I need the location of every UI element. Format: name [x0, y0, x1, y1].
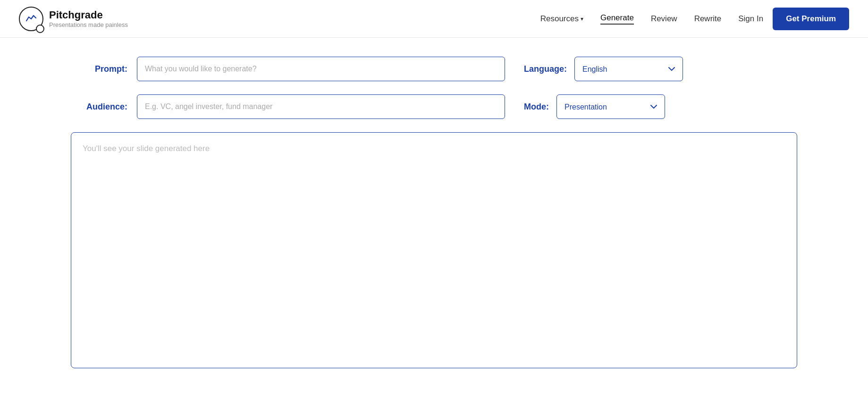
- main-content: Prompt: Language: English Spanish French…: [0, 38, 868, 387]
- mode-select[interactable]: Presentation Document Summary: [556, 94, 665, 119]
- logo-icon: [19, 7, 43, 31]
- nav-rewrite[interactable]: Rewrite: [694, 14, 722, 24]
- chevron-down-icon: ▾: [581, 16, 583, 22]
- audience-label: Audience:: [71, 102, 127, 112]
- nav-links: Resources ▾ Generate Review Rewrite: [540, 13, 722, 25]
- nav-review[interactable]: Review: [651, 14, 677, 24]
- language-group: Language: English Spanish French German …: [524, 57, 683, 81]
- logo-svg: [25, 12, 38, 25]
- prompt-row: Prompt: Language: English Spanish French…: [71, 57, 797, 81]
- mode-label: Mode:: [524, 102, 549, 112]
- get-premium-button[interactable]: Get Premium: [773, 8, 849, 30]
- output-area: You'll see your slide generated here: [71, 132, 797, 368]
- language-label: Language:: [524, 64, 567, 74]
- nav-resources[interactable]: Resources ▾: [540, 14, 583, 24]
- audience-row: Audience: Mode: Presentation Document Su…: [71, 94, 797, 119]
- prompt-input[interactable]: [137, 57, 505, 81]
- brand-tagline: Presentations made painless: [49, 21, 128, 28]
- navbar: Pitchgrade Presentations made painless R…: [0, 0, 868, 38]
- audience-input[interactable]: [137, 94, 505, 119]
- nav-generate[interactable]: Generate: [600, 13, 634, 25]
- mode-group: Mode: Presentation Document Summary: [524, 94, 665, 119]
- logo-text: Pitchgrade Presentations made painless: [49, 9, 128, 28]
- brand-name: Pitchgrade: [49, 9, 128, 21]
- logo-area: Pitchgrade Presentations made painless: [19, 7, 128, 31]
- nav-signin[interactable]: Sign In: [738, 14, 763, 24]
- prompt-label: Prompt:: [71, 64, 127, 74]
- language-select[interactable]: English Spanish French German Chinese Ja…: [574, 57, 683, 81]
- output-placeholder: You'll see your slide generated here: [83, 144, 210, 153]
